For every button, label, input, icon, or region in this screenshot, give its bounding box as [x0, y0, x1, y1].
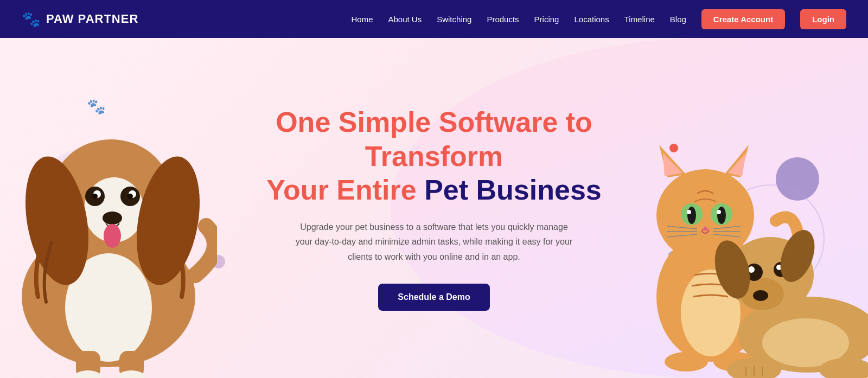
- nav-switching[interactable]: Switching: [437, 15, 471, 24]
- nav-pricing[interactable]: Pricing: [534, 15, 559, 24]
- nav-home[interactable]: Home: [351, 15, 373, 24]
- dog-illustration: [0, 63, 217, 378]
- svg-point-30: [717, 210, 721, 214]
- hero-title: One Simple Software to Transform Your En…: [266, 105, 602, 207]
- hero-title-line2: Your Entire Pet Business: [266, 173, 602, 207]
- hero-title-line2-part2: Pet Business: [424, 174, 602, 206]
- nav-timeline[interactable]: Timeline: [624, 15, 655, 24]
- logo[interactable]: 🐾 PAW PARTNER: [22, 10, 138, 28]
- svg-marker-22: [663, 153, 682, 176]
- svg-point-10: [92, 194, 98, 199]
- pets-right-illustration: [602, 69, 868, 378]
- svg-point-28: [717, 207, 726, 224]
- login-button[interactable]: Login: [800, 9, 846, 29]
- svg-marker-24: [728, 153, 746, 176]
- svg-point-12: [103, 212, 122, 225]
- nav-products[interactable]: Products: [487, 15, 519, 24]
- nav-blog[interactable]: Blog: [670, 15, 686, 24]
- svg-point-38: [665, 352, 708, 371]
- logo-text: PAW PARTNER: [46, 12, 138, 26]
- schedule-demo-button[interactable]: Schedule a Demo: [378, 284, 489, 311]
- svg-point-48: [753, 290, 768, 301]
- hero-content: One Simple Software to Transform Your En…: [266, 105, 602, 311]
- paw-logo-icon: 🐾: [22, 10, 41, 28]
- hero-title-line2-part1: Your Entire: [266, 174, 424, 206]
- nav-about-us[interactable]: About Us: [388, 15, 422, 24]
- svg-point-13: [104, 224, 121, 248]
- nav-links: Home About Us Switching Products Pricing…: [351, 9, 846, 29]
- hero-section: 🐾 🐾: [0, 38, 868, 378]
- create-account-button[interactable]: Create Account: [701, 9, 785, 29]
- svg-point-27: [687, 207, 696, 224]
- svg-point-11: [127, 194, 133, 199]
- nav-locations[interactable]: Locations: [574, 15, 609, 24]
- hero-subtitle: Upgrade your pet business to a software …: [293, 220, 575, 264]
- svg-point-29: [687, 210, 691, 214]
- svg-point-20: [656, 169, 754, 261]
- navbar: 🐾 PAW PARTNER Home About Us Switching Pr…: [0, 0, 868, 38]
- hero-title-line1: One Simple Software to Transform: [266, 105, 602, 173]
